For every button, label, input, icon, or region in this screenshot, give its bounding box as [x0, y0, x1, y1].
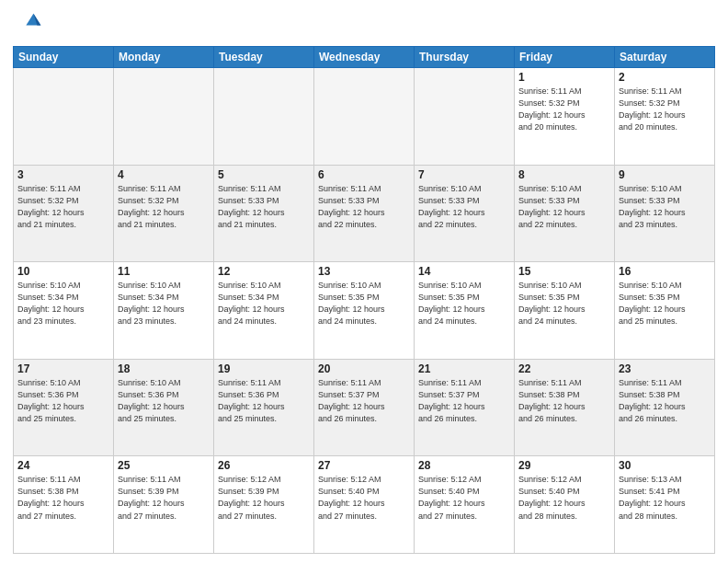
calendar-cell: 5Sunrise: 5:11 AM Sunset: 5:33 PM Daylig…	[214, 165, 314, 262]
calendar-cell: 14Sunrise: 5:10 AM Sunset: 5:35 PM Dayli…	[415, 262, 515, 360]
day-detail: Sunrise: 5:11 AM Sunset: 5:36 PM Dayligh…	[218, 377, 310, 425]
calendar-cell	[14, 68, 114, 166]
day-number: 24	[17, 459, 109, 472]
day-number: 18	[118, 362, 210, 375]
day-detail: Sunrise: 5:10 AM Sunset: 5:34 PM Dayligh…	[218, 280, 310, 327]
weekday-tuesday: Tuesday	[214, 47, 314, 68]
day-detail: Sunrise: 5:10 AM Sunset: 5:35 PM Dayligh…	[619, 280, 711, 327]
day-number: 20	[318, 362, 410, 375]
day-detail: Sunrise: 5:10 AM Sunset: 5:36 PM Dayligh…	[118, 377, 210, 425]
day-number: 27	[318, 459, 410, 472]
day-detail: Sunrise: 5:10 AM Sunset: 5:33 PM Dayligh…	[518, 183, 610, 231]
day-detail: Sunrise: 5:11 AM Sunset: 5:37 PM Dayligh…	[418, 377, 510, 425]
day-number: 5	[218, 168, 310, 181]
calendar-cell: 19Sunrise: 5:11 AM Sunset: 5:36 PM Dayli…	[214, 359, 314, 456]
day-detail: Sunrise: 5:12 AM Sunset: 5:40 PM Dayligh…	[318, 474, 410, 522]
calendar-cell: 18Sunrise: 5:10 AM Sunset: 5:36 PM Dayli…	[114, 359, 214, 456]
day-detail: Sunrise: 5:11 AM Sunset: 5:33 PM Dayligh…	[318, 183, 410, 231]
weekday-saturday: Saturday	[615, 47, 715, 68]
calendar-cell: 8Sunrise: 5:10 AM Sunset: 5:33 PM Daylig…	[515, 165, 615, 262]
calendar-cell: 4Sunrise: 5:11 AM Sunset: 5:32 PM Daylig…	[114, 165, 214, 262]
day-number: 25	[118, 459, 210, 472]
day-number: 2	[619, 71, 711, 84]
calendar-cell: 11Sunrise: 5:10 AM Sunset: 5:34 PM Dayli…	[114, 262, 214, 360]
calendar-cell: 9Sunrise: 5:10 AM Sunset: 5:33 PM Daylig…	[615, 165, 715, 262]
week-row-5: 24Sunrise: 5:11 AM Sunset: 5:38 PM Dayli…	[14, 456, 715, 554]
day-detail: Sunrise: 5:11 AM Sunset: 5:37 PM Dayligh…	[318, 377, 410, 425]
day-number: 22	[518, 362, 610, 375]
day-detail: Sunrise: 5:11 AM Sunset: 5:32 PM Dayligh…	[619, 86, 711, 133]
day-detail: Sunrise: 5:10 AM Sunset: 5:35 PM Dayligh…	[318, 280, 410, 327]
calendar-cell	[415, 68, 515, 166]
weekday-friday: Friday	[515, 47, 615, 68]
week-row-3: 10Sunrise: 5:10 AM Sunset: 5:34 PM Dayli…	[14, 262, 715, 360]
weekday-monday: Monday	[114, 47, 214, 68]
day-number: 13	[318, 265, 410, 278]
day-number: 29	[518, 459, 610, 472]
calendar-cell: 17Sunrise: 5:10 AM Sunset: 5:36 PM Dayli…	[14, 359, 114, 456]
week-row-1: 1Sunrise: 5:11 AM Sunset: 5:32 PM Daylig…	[14, 68, 715, 166]
day-detail: Sunrise: 5:10 AM Sunset: 5:35 PM Dayligh…	[518, 280, 610, 327]
calendar-cell	[314, 68, 415, 166]
calendar-cell: 2Sunrise: 5:11 AM Sunset: 5:32 PM Daylig…	[615, 68, 715, 166]
calendar-cell: 26Sunrise: 5:12 AM Sunset: 5:39 PM Dayli…	[214, 456, 314, 554]
calendar-table: SundayMondayTuesdayWednesdayThursdayFrid…	[13, 46, 715, 554]
week-row-2: 3Sunrise: 5:11 AM Sunset: 5:32 PM Daylig…	[14, 165, 715, 262]
calendar-cell: 28Sunrise: 5:12 AM Sunset: 5:40 PM Dayli…	[415, 456, 515, 554]
calendar-cell	[114, 68, 214, 166]
day-detail: Sunrise: 5:12 AM Sunset: 5:40 PM Dayligh…	[518, 474, 610, 522]
week-row-4: 17Sunrise: 5:10 AM Sunset: 5:36 PM Dayli…	[14, 359, 715, 456]
weekday-header-row: SundayMondayTuesdayWednesdayThursdayFrid…	[14, 47, 715, 68]
day-number: 9	[619, 168, 711, 181]
day-detail: Sunrise: 5:12 AM Sunset: 5:40 PM Dayligh…	[418, 474, 510, 522]
day-number: 21	[418, 362, 510, 375]
day-number: 17	[17, 362, 109, 375]
calendar-cell: 20Sunrise: 5:11 AM Sunset: 5:37 PM Dayli…	[314, 359, 415, 456]
day-number: 7	[418, 168, 510, 181]
calendar-cell: 21Sunrise: 5:11 AM Sunset: 5:37 PM Dayli…	[415, 359, 515, 456]
calendar-cell: 23Sunrise: 5:11 AM Sunset: 5:38 PM Dayli…	[615, 359, 715, 456]
day-number: 19	[218, 362, 310, 375]
day-number: 4	[118, 168, 210, 181]
calendar-cell: 30Sunrise: 5:13 AM Sunset: 5:41 PM Dayli…	[615, 456, 715, 554]
calendar-cell: 25Sunrise: 5:11 AM Sunset: 5:39 PM Dayli…	[114, 456, 214, 554]
day-detail: Sunrise: 5:11 AM Sunset: 5:32 PM Dayligh…	[17, 183, 109, 231]
day-number: 30	[619, 459, 711, 472]
calendar-cell: 7Sunrise: 5:10 AM Sunset: 5:33 PM Daylig…	[415, 165, 515, 262]
day-detail: Sunrise: 5:10 AM Sunset: 5:33 PM Dayligh…	[418, 183, 510, 231]
day-detail: Sunrise: 5:13 AM Sunset: 5:41 PM Dayligh…	[619, 474, 711, 522]
calendar-cell: 1Sunrise: 5:11 AM Sunset: 5:32 PM Daylig…	[515, 68, 615, 166]
day-detail: Sunrise: 5:11 AM Sunset: 5:38 PM Dayligh…	[518, 377, 610, 425]
day-detail: Sunrise: 5:11 AM Sunset: 5:32 PM Dayligh…	[118, 183, 210, 231]
weekday-thursday: Thursday	[415, 47, 515, 68]
weekday-wednesday: Wednesday	[314, 47, 415, 68]
day-number: 1	[518, 71, 610, 84]
day-detail: Sunrise: 5:11 AM Sunset: 5:39 PM Dayligh…	[118, 474, 210, 522]
header	[13, 9, 715, 39]
day-number: 10	[17, 265, 109, 278]
day-number: 15	[518, 265, 610, 278]
day-detail: Sunrise: 5:11 AM Sunset: 5:38 PM Dayligh…	[619, 377, 711, 425]
day-detail: Sunrise: 5:10 AM Sunset: 5:35 PM Dayligh…	[418, 280, 510, 327]
day-number: 8	[518, 168, 610, 181]
day-detail: Sunrise: 5:12 AM Sunset: 5:39 PM Dayligh…	[218, 474, 310, 522]
day-number: 23	[619, 362, 711, 375]
day-detail: Sunrise: 5:10 AM Sunset: 5:36 PM Dayligh…	[17, 377, 109, 425]
calendar-cell: 3Sunrise: 5:11 AM Sunset: 5:32 PM Daylig…	[14, 165, 114, 262]
logo-icon	[13, 9, 42, 39]
day-number: 26	[218, 459, 310, 472]
day-number: 14	[418, 265, 510, 278]
day-detail: Sunrise: 5:10 AM Sunset: 5:33 PM Dayligh…	[619, 183, 711, 231]
calendar-cell: 6Sunrise: 5:11 AM Sunset: 5:33 PM Daylig…	[314, 165, 415, 262]
day-number: 16	[619, 265, 711, 278]
day-number: 12	[218, 265, 310, 278]
logo	[13, 9, 46, 39]
calendar-cell: 24Sunrise: 5:11 AM Sunset: 5:38 PM Dayli…	[14, 456, 114, 554]
calendar-cell	[214, 68, 314, 166]
calendar-cell: 10Sunrise: 5:10 AM Sunset: 5:34 PM Dayli…	[14, 262, 114, 360]
weekday-sunday: Sunday	[14, 47, 114, 68]
calendar-cell: 29Sunrise: 5:12 AM Sunset: 5:40 PM Dayli…	[515, 456, 615, 554]
calendar-cell: 15Sunrise: 5:10 AM Sunset: 5:35 PM Dayli…	[515, 262, 615, 360]
day-number: 6	[318, 168, 410, 181]
day-detail: Sunrise: 5:11 AM Sunset: 5:32 PM Dayligh…	[518, 86, 610, 133]
